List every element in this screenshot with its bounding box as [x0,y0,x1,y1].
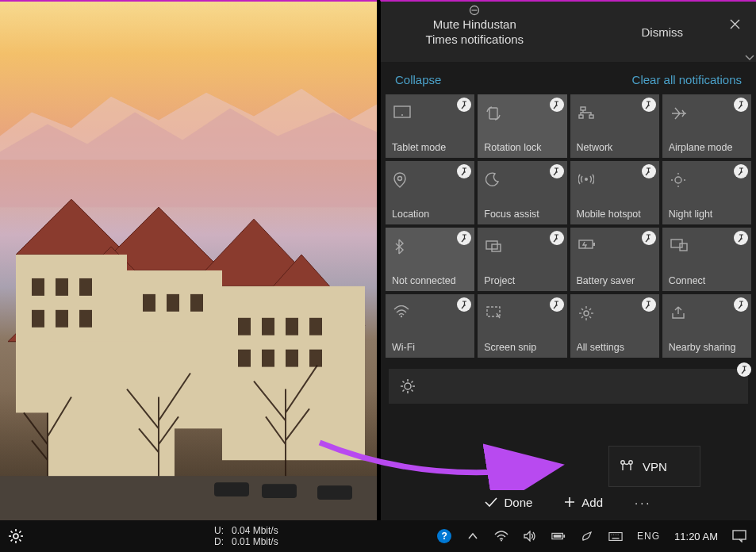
share-icon [670,305,686,320]
wifi-tray-icon[interactable] [494,529,508,543]
tile-label: Not connected [392,275,471,286]
action-center-panel: Mute Hindustan Times notifications Dismi… [380,0,756,520]
tile-label: Nearby sharing [669,342,748,353]
mute-notification-button[interactable]: Mute Hindustan Times notifications [381,2,569,62]
net-down-label: D: [214,536,224,547]
network-meter: U: D: 0.04 Mbit/s 0.01 Mbit/s [214,525,278,547]
svg-rect-47 [492,244,501,251]
vpn-tile[interactable]: VPN [608,446,700,487]
svg-rect-9 [48,342,175,484]
pen-tray-icon[interactable] [580,529,594,543]
tile-wifi[interactable]: Wi-Fi [386,294,474,358]
tile-location[interactable]: Location [386,161,474,224]
location-icon [393,172,406,188]
svg-line-70 [412,381,413,383]
net-down-value: 0.01 Mbit/s [232,536,278,547]
battery-tray-icon[interactable] [551,529,566,543]
tile-night-light[interactable]: Night light [662,161,751,224]
dismiss-notification-button[interactable]: Dismiss [569,2,757,62]
add-button[interactable]: Add [564,496,603,509]
tile-battery-saver[interactable]: Battery saver [570,228,659,291]
pin-icon[interactable] [734,297,748,312]
svg-rect-16 [143,294,155,312]
tile-network[interactable]: Network [570,94,659,158]
volume-tray-icon[interactable] [523,529,537,543]
tile-tablet-mode[interactable]: Tablet mode [386,94,474,158]
pin-icon[interactable] [737,362,751,377]
pin-icon[interactable] [457,164,471,178]
moon-icon [485,172,500,186]
pin-icon[interactable] [642,164,656,178]
pin-icon[interactable] [457,98,471,112]
svg-point-83 [501,540,502,542]
pin-icon[interactable] [550,98,564,112]
pin-icon[interactable] [550,164,564,178]
tile-screen-snip[interactable]: Screen snip [478,294,566,358]
tile-project[interactable]: Project [478,228,566,291]
pin-icon[interactable] [642,297,656,312]
clock[interactable]: 11:20 AM [674,531,718,542]
svg-rect-11 [56,278,68,296]
pin-icon[interactable] [550,297,564,312]
tile-nearby-sharing[interactable]: Nearby sharing [662,294,751,358]
keyboard-tray-icon[interactable] [608,529,623,543]
svg-rect-26 [309,350,322,367]
svg-point-40 [585,178,588,181]
quick-actions-edit-bar: Done Add ··· [381,484,756,520]
pin-icon[interactable] [734,231,748,245]
tile-mobile-hotspot[interactable]: Mobile hotspot [570,161,659,224]
done-button[interactable]: Done [485,496,532,509]
svg-rect-22 [309,318,322,335]
brightness-slider[interactable] [389,369,748,404]
close-icon[interactable] [730,19,740,29]
dismiss-label: Dismiss [642,25,684,39]
pin-icon[interactable] [734,164,748,178]
pin-icon[interactable] [642,98,656,112]
settings-button[interactable] [0,520,32,552]
pin-icon[interactable] [457,231,471,245]
svg-point-34 [401,114,403,116]
wifi-icon [393,305,409,318]
connect-icon [670,239,688,251]
tile-all-settings[interactable]: All settings [570,294,659,358]
more-button[interactable]: ··· [635,496,652,509]
collapse-link[interactable]: Collapse [395,73,441,86]
svg-rect-15 [79,310,92,328]
tile-rotation-lock[interactable]: Rotation lock [478,94,566,158]
svg-rect-8 [222,286,365,460]
svg-point-74 [13,534,18,539]
tablet-icon [393,105,411,120]
tile-focus-assist[interactable]: Focus assist [478,161,566,224]
tile-airplane-mode[interactable]: Airplane mode [662,94,751,158]
svg-point-54 [584,311,589,316]
action-center-tray-icon[interactable] [732,529,746,543]
svg-rect-20 [262,318,274,335]
svg-rect-35 [489,108,497,119]
tray-overflow-button[interactable] [466,529,480,543]
svg-rect-14 [56,310,68,328]
pin-icon[interactable] [550,231,564,245]
svg-point-39 [398,177,402,181]
clear-all-link[interactable]: Clear all notifications [632,73,742,86]
pin-icon[interactable] [642,231,656,245]
svg-rect-87 [609,532,622,540]
system-tray: ? ENG 11:20 AM [437,520,756,552]
network-icon [578,105,594,120]
notification-dismiss-top-icon [469,5,480,16]
help-icon[interactable]: ? [437,529,451,543]
net-up-label: U: [214,525,224,536]
tile-label: Battery saver [577,275,656,286]
tile-not-connected[interactable]: Not connected [386,228,474,291]
pin-icon[interactable] [457,297,471,312]
tile-label: Focus assist [484,209,563,220]
tile-connect[interactable]: Connect [662,228,751,291]
svg-rect-21 [286,318,298,335]
svg-point-73 [629,461,632,464]
chevron-down-icon[interactable] [745,54,754,62]
language-indicator[interactable]: ENG [637,531,660,542]
svg-line-82 [11,539,13,541]
svg-rect-25 [286,350,298,367]
mute-notification-line1: Mute Hindustan [433,17,516,33]
svg-rect-49 [593,243,595,246]
pin-icon[interactable] [734,98,748,112]
